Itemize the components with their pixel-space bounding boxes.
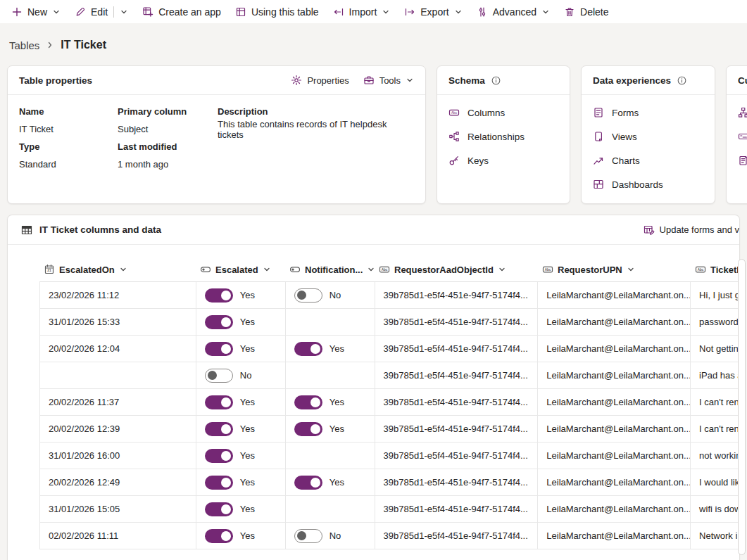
cell-requestor-aad-object-id[interactable]: 39b785d1-e5f4-451e-94f7-5174f4... [375, 336, 539, 362]
column-header-requestorupn[interactable]: AbcRequestorUPN [538, 257, 691, 281]
toggle-on[interactable] [294, 422, 322, 436]
toggle-on[interactable] [205, 395, 233, 409]
data-experiences-item-dashboards[interactable]: Dashboards [582, 172, 715, 196]
cell-escalated-on[interactable]: 20/02/2026 12:04 [40, 336, 196, 362]
cell-ticket[interactable]: I can't ren [691, 389, 740, 415]
grid-icon [235, 6, 246, 18]
cell-requestor-aad-object-id[interactable]: 39b785d1-e5f4-451e-94f7-5174f4... [375, 469, 539, 495]
toolbar-using-this-table-button[interactable]: Using this table [228, 0, 326, 23]
cell-requestor-upn[interactable]: LeilaMarchant@LeilaMarchant.on... [538, 282, 691, 308]
customizations-item[interactable] [727, 148, 747, 172]
cell-requestor-aad-object-id[interactable]: 39b785d1-e5f4-451e-94f7-5174f4... [375, 523, 539, 549]
toggle-on[interactable] [294, 476, 322, 490]
data-experiences-item-charts[interactable]: Charts [582, 148, 715, 172]
table-row: 31/01/2026 15:05Yes39b785d1-e5f4-451e-94… [39, 496, 740, 523]
cell-ticket[interactable]: Not gettin [691, 336, 740, 362]
cell-requestor-upn[interactable]: LeilaMarchant@LeilaMarchant.on... [538, 362, 691, 388]
cell-requestor-aad-object-id[interactable]: 39b785d1-e5f4-451e-94f7-5174f4... [375, 362, 539, 388]
customizations-item[interactable] [727, 101, 747, 125]
column-header-notification[interactable]: Notification... [285, 257, 375, 281]
cell-escalated-on[interactable]: 23/02/2026 11:12 [40, 282, 196, 308]
toggle-on[interactable] [294, 395, 322, 409]
cell-requestor-upn[interactable]: LeilaMarchant@LeilaMarchant.on... [538, 523, 691, 549]
cell-ticket[interactable]: wifi is dow [691, 496, 740, 522]
toggle-on[interactable] [205, 422, 233, 436]
toolbar-advanced-button[interactable]: Advanced [470, 0, 557, 23]
toggle-label: Yes [329, 424, 344, 434]
toggle-on[interactable] [205, 315, 233, 329]
cell-requestor-upn[interactable]: LeilaMarchant@LeilaMarchant.on... [538, 389, 691, 415]
toggle-off[interactable] [294, 529, 322, 543]
toolbar-edit-button[interactable]: Edit [68, 0, 135, 23]
properties-button[interactable]: Properties [291, 75, 349, 86]
cell-ticket[interactable]: I would lik [691, 469, 740, 495]
cell-ticket[interactable]: Network i [691, 523, 740, 549]
cell-ticket[interactable]: not workin [691, 443, 740, 469]
list-item-label: Dashboards [612, 179, 663, 190]
cell-requestor-aad-object-id[interactable]: 39b785d1-e5f4-451e-94f7-5174f4... [375, 443, 539, 469]
toolbar-button-label: New [27, 6, 47, 18]
cell-requestor-aad-object-id[interactable]: 39b785d1-e5f4-451e-94f7-5174f4... [375, 496, 539, 522]
column-header-requestoraadobjectid[interactable]: AbcRequestorAadObjectId [375, 257, 538, 281]
cell-requestor-upn[interactable]: LeilaMarchant@LeilaMarchant.on... [538, 496, 691, 522]
cell-requestor-aad-object-id[interactable]: 39b785d1-e5f4-451e-94f7-5174f4... [375, 282, 539, 308]
cell-requestor-upn[interactable]: LeilaMarchant@LeilaMarchant.on... [538, 309, 691, 335]
cell-escalated-on[interactable]: 20/02/2026 12:49 [40, 469, 196, 495]
cell-ticket[interactable]: I can't ren [691, 416, 740, 442]
toolbar-create-an-app-button[interactable]: Create an app [135, 0, 228, 23]
cell-requestor-upn[interactable]: LeilaMarchant@LeilaMarchant.on... [538, 416, 691, 442]
cell-escalated-on[interactable] [40, 362, 196, 388]
schema-item-columns[interactable]: AbcColumns [437, 101, 570, 125]
schema-item-relationships[interactable]: Relationships [437, 125, 570, 148]
cell-ticket[interactable]: password [691, 309, 740, 335]
list-item-label: Charts [612, 155, 640, 166]
list-item-label: Keys [467, 155, 489, 166]
key-icon [448, 155, 460, 166]
toggle-off[interactable] [294, 288, 322, 303]
cell-requestor-aad-object-id[interactable]: 39b785d1-e5f4-451e-94f7-5174f4... [375, 309, 539, 335]
column-header-label: RequestorAadObjectId [394, 265, 494, 275]
cell-escalated-on[interactable]: 20/02/2026 11:37 [40, 389, 196, 415]
toolbar-import-button[interactable]: Import [326, 0, 398, 23]
toolbar-export-button[interactable]: Export [397, 0, 469, 23]
cell-requestor-upn[interactable]: LeilaMarchant@LeilaMarchant.on... [538, 443, 691, 469]
cell-escalated-on[interactable]: 31/01/2026 16:00 [40, 443, 196, 469]
svg-text:Abc: Abc [545, 268, 551, 272]
cell-ticket[interactable]: Hi, I just g [691, 282, 740, 308]
data-experiences-item-views[interactable]: Views [582, 125, 715, 148]
column-header-label: RequestorUPN [558, 265, 622, 275]
update-forms-and-views-button[interactable]: Update forms and v [644, 224, 739, 236]
toggle-on[interactable] [205, 502, 233, 516]
cell-requestor-aad-object-id[interactable]: 39b785d1-e5f4-451e-94f7-5174f4... [375, 416, 539, 442]
schema-item-keys[interactable]: Keys [437, 148, 570, 172]
toggle-on[interactable] [205, 342, 233, 356]
toggle-on[interactable] [205, 476, 233, 490]
vertical-scrollbar[interactable] [738, 259, 746, 555]
toggle-off[interactable] [205, 369, 233, 383]
customizations-item[interactable] [727, 125, 747, 148]
breadcrumb: Tables IT Ticket [9, 39, 740, 51]
toggle-on[interactable] [205, 529, 233, 543]
cell-escalated-on[interactable]: 20/02/2026 12:39 [40, 416, 196, 442]
cell-ticket[interactable]: iPad has a [691, 362, 740, 388]
cell-requestor-aad-object-id[interactable]: 39b785d1-e5f4-451e-94f7-5174f4... [375, 389, 539, 415]
toolbar-new-button[interactable]: New [4, 0, 68, 23]
breadcrumb-tables-link[interactable]: Tables [9, 39, 39, 51]
data-experiences-item-forms[interactable]: Forms [582, 101, 715, 125]
toolbar-delete-button[interactable]: Delete [557, 0, 615, 23]
cell-escalated-on[interactable]: 02/02/2026 11:11 [40, 523, 196, 549]
tools-button[interactable]: Tools [363, 75, 414, 86]
toolbar-button-label: Export [420, 6, 448, 18]
cell-requestor-upn[interactable]: LeilaMarchant@LeilaMarchant.on... [538, 336, 691, 362]
list-item-label: Views [612, 132, 637, 142]
toggle-on[interactable] [205, 288, 233, 303]
cell-escalated-on[interactable]: 31/01/2026 15:05 [40, 496, 196, 522]
cell-escalated-on[interactable]: 31/01/2026 15:33 [40, 309, 196, 335]
column-header-escalated[interactable]: Escalated [196, 257, 285, 281]
cell-requestor-upn[interactable]: LeilaMarchant@LeilaMarchant.on... [538, 469, 691, 495]
column-header-ticketi[interactable]: AbcTicketI [691, 257, 740, 281]
section-title: IT Ticket columns and data [39, 224, 161, 235]
column-header-escalatedon[interactable]: 21EscalatedOn [39, 257, 196, 281]
toggle-on[interactable] [205, 449, 233, 463]
toggle-on[interactable] [294, 342, 322, 356]
